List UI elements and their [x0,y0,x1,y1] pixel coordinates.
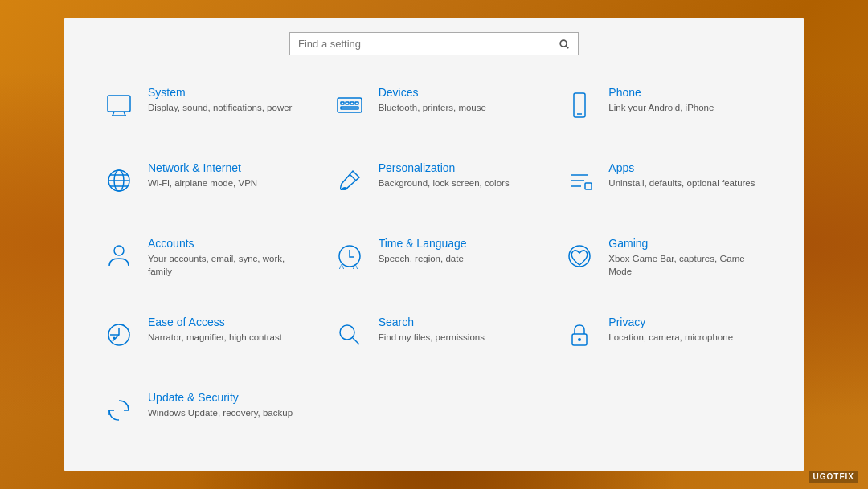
globe-icon [101,163,137,198]
setting-title-phone: Phone [608,86,714,99]
setting-desc-devices: Bluetooth, printers, mouse [379,101,486,114]
svg-rect-7 [341,102,344,104]
setting-title-apps: Apps [608,161,755,174]
svg-rect-9 [350,102,354,104]
svg-line-19 [350,174,356,181]
setting-desc-network: Wi-Fi, airplane mode, VPN [148,177,257,189]
svg-point-34 [578,338,581,341]
xbox-icon [562,238,597,274]
setting-title-devices: Devices [379,86,486,99]
setting-desc-phone: Link your Android, iPhone [608,101,714,114]
svg-line-1 [566,46,568,48]
setting-desc-accounts: Your accounts, email, sync, work, family [148,252,306,278]
lock-icon [562,317,597,352]
monitor-icon [101,88,137,123]
svg-rect-11 [341,107,358,109]
setting-title-personalization: Personalization [379,161,510,174]
setting-title-network: Network & Internet [148,161,257,174]
setting-title-accounts: Accounts [148,237,306,250]
setting-desc-apps: Uninstall, defaults, optional features [608,177,755,189]
brush-icon [332,163,367,198]
keyboard-icon [332,88,367,123]
svg-point-0 [560,40,567,47]
apps-icon [562,163,597,198]
settings-grid: System Display, sound, notifications, po… [88,75,780,455]
svg-point-31 [340,325,354,340]
setting-desc-time: Speech, region, date [379,252,467,265]
setting-title-time: Time & Language [379,237,467,250]
svg-point-24 [114,246,124,255]
setting-title-update: Update & Security [148,391,293,404]
svg-point-30 [113,337,116,340]
setting-item-update[interactable]: Update & Security Windows Update, recove… [88,380,319,455]
setting-desc-personalization: Background, lock screen, colors [379,177,510,189]
setting-item-search[interactable]: Search Find my files, permissions [319,304,550,380]
search-input[interactable] [298,38,559,50]
svg-line-32 [353,338,359,344]
setting-title-gaming: Gaming [608,237,767,250]
setting-title-search: Search [379,316,485,328]
setting-desc-gaming: Xbox Game Bar, captures, Game Mode [608,252,767,278]
search-bar[interactable] [289,32,579,55]
settings-panel: System Display, sound, notifications, po… [64,18,804,471]
search-icon [332,317,367,352]
person-icon [101,238,137,274]
svg-rect-8 [346,102,349,104]
setting-item-apps[interactable]: Apps Uninstall, defaults, optional featu… [549,150,780,226]
setting-item-devices[interactable]: Devices Bluetooth, printers, mouse [319,75,550,150]
svg-text:A: A [339,263,344,271]
svg-rect-10 [355,102,358,104]
setting-item-gaming[interactable]: Gaming Xbox Game Bar, captures, Game Mod… [549,226,780,305]
phone-icon [562,88,597,123]
ease-icon [101,317,137,352]
setting-item-accounts[interactable]: Accounts Your accounts, email, sync, wor… [88,226,319,305]
setting-desc-system: Display, sound, notifications, power [148,101,292,114]
svg-text:A: A [353,263,358,271]
setting-title-ease: Ease of Access [148,316,282,328]
setting-desc-privacy: Location, camera, microphone [608,331,733,344]
setting-item-network[interactable]: Network & Internet Wi-Fi, airplane mode,… [88,150,319,226]
setting-title-privacy: Privacy [608,316,733,328]
svg-rect-23 [585,183,592,189]
setting-item-time[interactable]: AA Time & Language Speech, region, date [319,226,550,305]
setting-title-system: System [148,86,292,99]
setting-item-phone[interactable]: Phone Link your Android, iPhone [549,75,780,150]
setting-item-ease[interactable]: Ease of Access Narrator, magnifier, high… [88,304,319,380]
setting-desc-ease: Narrator, magnifier, high contrast [148,331,282,344]
setting-item-system[interactable]: System Display, sound, notifications, po… [88,75,319,150]
setting-item-personalization[interactable]: Personalization Background, lock screen,… [319,150,550,226]
search-icon [559,39,570,50]
setting-desc-search: Find my files, permissions [379,331,485,344]
setting-desc-update: Windows Update, recovery, backup [148,406,293,419]
svg-rect-6 [338,98,362,112]
watermark-label: UGOTFIX [809,471,858,483]
svg-rect-2 [108,96,130,112]
setting-item-privacy[interactable]: Privacy Location, camera, microphone [549,304,780,380]
clock-icon: AA [332,238,367,274]
update-icon [101,393,137,428]
